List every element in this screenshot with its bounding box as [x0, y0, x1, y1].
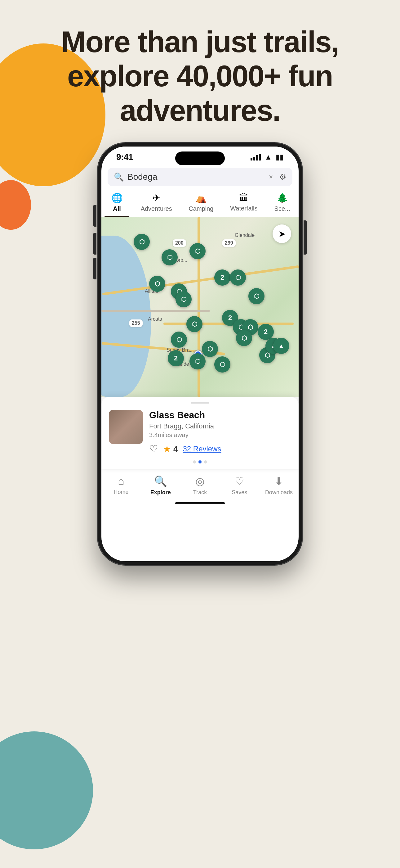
tab-all-label: All — [113, 205, 121, 212]
map-pin-14[interactable]: ⬡ — [202, 341, 218, 357]
nav-item-track[interactable]: ◎ Track — [180, 475, 220, 496]
map-pin-count-2-bot[interactable]: 2 — [168, 350, 184, 366]
navigation-arrow-button[interactable]: ➤ — [272, 224, 291, 243]
nav-item-saves[interactable]: ♡ Saves — [220, 475, 259, 496]
adventures-icon: ✈ — [153, 192, 160, 203]
map-pin-8[interactable]: ⬡ — [248, 288, 265, 304]
tab-waterfalls-label: Waterfalls — [230, 205, 257, 212]
map-pin-1[interactable]: ⬡ — [134, 234, 150, 250]
tab-scenic-label: Sce... — [274, 205, 290, 212]
phone-body: 9:41 ▲ ▮▮ 🔍 Bodega × ⚙ — [98, 143, 302, 565]
phone-screen: 9:41 ▲ ▮▮ 🔍 Bodega × ⚙ — [101, 147, 299, 561]
status-time: 9:41 — [116, 152, 133, 162]
map-pin-mountain-2[interactable]: ▲ — [273, 338, 289, 354]
home-indicator — [101, 499, 299, 507]
card-content: Glass Beach Fort Bragg, California 3.4mi… — [109, 410, 291, 455]
star-icon: ★ — [163, 444, 171, 454]
status-bar: 9:41 ▲ ▮▮ — [101, 147, 299, 165]
location-title: Glass Beach — [149, 410, 291, 420]
map-pin-2[interactable]: ⬡ — [162, 249, 178, 266]
nav-track-label: Track — [193, 489, 207, 496]
road-badge-299: 299 — [222, 239, 236, 247]
decorative-blob-orange-small — [0, 180, 31, 230]
waterfalls-icon: 🏛 — [239, 192, 248, 203]
category-tabs: 🌐 All ✈ Adventures ⛺ Camping 🏛 Waterfall… — [101, 186, 299, 217]
decorative-blob-teal — [0, 732, 93, 849]
map-pin-12[interactable]: ⬡ — [236, 330, 252, 346]
dynamic-island — [175, 152, 225, 165]
road-badge-200: 200 — [173, 239, 186, 247]
nav-item-home[interactable]: ⌂ Home — [101, 475, 141, 496]
location-card[interactable]: Glass Beach Fort Bragg, California 3.4mi… — [101, 397, 299, 469]
map-pin-4[interactable]: ⬡ — [230, 270, 246, 286]
dot-3 — [204, 460, 207, 464]
saves-heart-icon: ♡ — [235, 475, 244, 487]
status-icons: ▲ ▮▮ — [251, 153, 284, 161]
nav-item-downloads[interactable]: ⬇ Downloads — [259, 475, 299, 496]
tab-adventures-label: Adventures — [141, 205, 172, 212]
camping-icon: ⛺ — [195, 192, 207, 203]
road-gray-1 — [101, 310, 210, 312]
map-pin-7[interactable]: ⬡ — [175, 291, 192, 307]
nav-item-explore[interactable]: 🔍 Explore — [141, 475, 180, 496]
globe-icon: 🌐 — [111, 192, 123, 203]
star-rating: ★ 4 — [163, 444, 178, 454]
tab-camping-label: Camping — [189, 205, 213, 212]
trail-icon: ⬡ — [139, 238, 144, 246]
nav-saves-label: Saves — [232, 489, 247, 496]
map-pin-count-2-mid2[interactable]: 2 — [258, 324, 274, 340]
phone-mockup: 9:41 ▲ ▮▮ 🔍 Bodega × ⚙ — [98, 143, 302, 565]
tab-scenic[interactable]: 🌲 Sce... — [266, 190, 299, 217]
map-pin-16[interactable]: ⬡ — [214, 356, 230, 373]
rating-number: 4 — [173, 444, 178, 454]
home-icon: ⌂ — [118, 475, 124, 487]
dot-2 — [198, 460, 202, 464]
map-label-arcata: Arcata — [148, 316, 162, 322]
card-pagination-dots — [109, 460, 291, 464]
arrow-icon: ➤ — [278, 229, 286, 239]
bottom-navigation: ⌂ Home 🔍 Explore ◎ Track ♡ Saves ⬇ Do — [101, 469, 299, 499]
dot-1 — [193, 460, 196, 464]
home-bar — [175, 502, 225, 504]
map-pin-5[interactable]: ⬡ — [149, 276, 165, 292]
tab-adventures[interactable]: ✈ Adventures — [132, 190, 180, 217]
downloads-icon: ⬇ — [274, 475, 283, 487]
wifi-icon: ▲ — [265, 153, 272, 161]
nav-downloads-label: Downloads — [265, 489, 293, 496]
map-label-glendale: Glendale — [235, 232, 255, 238]
search-icon: 🔍 — [114, 172, 124, 182]
card-info: Glass Beach Fort Bragg, California 3.4mi… — [149, 410, 291, 455]
map-pin-13[interactable]: ⬡ — [171, 332, 187, 348]
map-pin-15[interactable]: ⬡ — [190, 353, 206, 369]
filter-icon[interactable]: ⚙ — [279, 172, 286, 182]
location-image — [109, 410, 143, 444]
search-bar[interactable]: 🔍 Bodega × ⚙ — [108, 168, 292, 186]
scenic-icon: 🌲 — [276, 192, 288, 203]
explore-search-icon: 🔍 — [154, 475, 167, 487]
tab-camping[interactable]: ⛺ Camping — [180, 190, 222, 217]
track-icon: ◎ — [195, 475, 205, 487]
signal-bars — [251, 154, 261, 160]
battery-icon: ▮▮ — [276, 153, 284, 161]
location-subtitle: Fort Bragg, California — [149, 422, 291, 430]
nav-explore-label: Explore — [151, 489, 171, 496]
map-pin-9[interactable]: ⬡ — [186, 316, 202, 332]
map-pin-count-2-top[interactable]: 2 — [214, 270, 230, 286]
favorite-button[interactable]: ♡ — [149, 443, 158, 455]
location-distance: 3.4miles away — [149, 432, 291, 439]
card-handle — [191, 402, 209, 404]
tab-waterfalls[interactable]: 🏛 Waterfalls — [222, 190, 266, 217]
tab-all[interactable]: 🌐 All — [101, 190, 132, 217]
search-clear-button[interactable]: × — [269, 173, 273, 181]
map-pin-3[interactable]: ⬡ — [190, 243, 206, 259]
search-input[interactable]: Bodega — [128, 172, 265, 182]
review-link[interactable]: 32 Reviews — [182, 444, 221, 453]
road-badge-255: 255 — [129, 319, 143, 327]
map-view[interactable]: 200 299 255 Korb... Allia... Glendale Ar… — [101, 217, 299, 397]
hero-section: More than just trails, explore 40,000+ f… — [0, 25, 400, 128]
nav-home-label: Home — [114, 489, 129, 495]
hero-title: More than just trails, explore 40,000+ f… — [19, 25, 381, 128]
card-actions: ♡ ★ 4 32 Reviews — [149, 443, 291, 455]
